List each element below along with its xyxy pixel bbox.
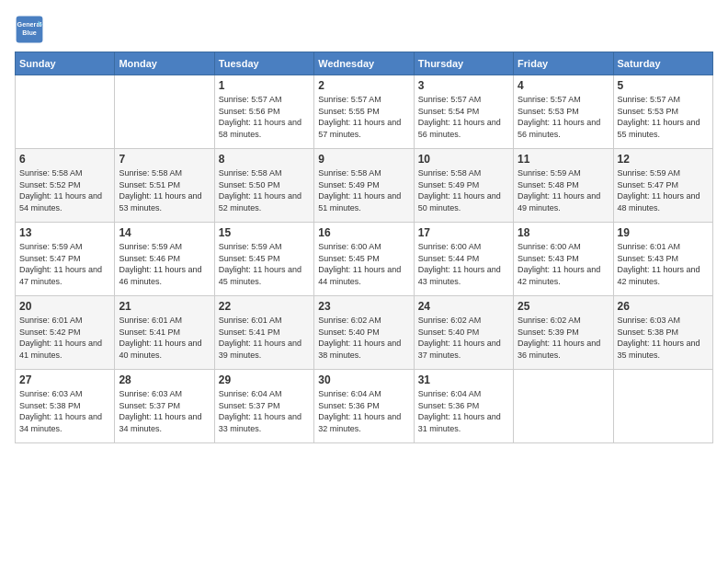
day-info: Sunrise: 6:03 AM Sunset: 5:38 PM Dayligh… — [19, 388, 110, 434]
day-info: Sunrise: 5:59 AM Sunset: 5:46 PM Dayligh… — [119, 241, 210, 287]
calendar-cell — [16, 75, 115, 149]
day-info: Sunrise: 5:58 AM Sunset: 5:51 PM Dayligh… — [119, 167, 210, 213]
day-number: 14 — [119, 226, 210, 239]
calendar-cell: 29Sunrise: 6:04 AM Sunset: 5:37 PM Dayli… — [214, 370, 313, 443]
calendar-cell: 22Sunrise: 6:01 AM Sunset: 5:41 PM Dayli… — [214, 296, 313, 370]
day-number: 28 — [119, 373, 210, 386]
calendar-cell: 10Sunrise: 5:58 AM Sunset: 5:49 PM Dayli… — [414, 149, 513, 223]
day-number: 15 — [219, 226, 310, 239]
day-number: 6 — [19, 153, 110, 166]
day-info: Sunrise: 6:02 AM Sunset: 5:40 PM Dayligh… — [318, 315, 409, 361]
day-number: 20 — [19, 300, 110, 313]
day-number: 17 — [418, 226, 509, 239]
day-info: Sunrise: 6:01 AM Sunset: 5:41 PM Dayligh… — [219, 315, 310, 361]
day-info: Sunrise: 6:01 AM Sunset: 5:42 PM Dayligh… — [19, 315, 110, 361]
calendar-cell: 15Sunrise: 5:59 AM Sunset: 5:45 PM Dayli… — [214, 223, 313, 296]
calendar-cell: 28Sunrise: 6:03 AM Sunset: 5:37 PM Dayli… — [115, 370, 214, 443]
calendar-cell: 6Sunrise: 5:58 AM Sunset: 5:52 PM Daylig… — [16, 149, 115, 223]
calendar-cell: 16Sunrise: 6:00 AM Sunset: 5:45 PM Dayli… — [314, 223, 414, 296]
day-number: 30 — [318, 373, 409, 386]
day-info: Sunrise: 5:58 AM Sunset: 5:50 PM Dayligh… — [219, 167, 310, 213]
day-info: Sunrise: 6:00 AM Sunset: 5:43 PM Dayligh… — [518, 241, 609, 287]
day-number: 7 — [119, 153, 210, 166]
calendar-cell: 27Sunrise: 6:03 AM Sunset: 5:38 PM Dayli… — [16, 370, 115, 443]
calendar-cell: 23Sunrise: 6:02 AM Sunset: 5:40 PM Dayli… — [314, 296, 414, 370]
calendar-cell: 18Sunrise: 6:00 AM Sunset: 5:43 PM Dayli… — [514, 223, 613, 296]
day-number: 3 — [418, 79, 509, 92]
day-number: 26 — [618, 300, 709, 313]
day-info: Sunrise: 6:00 AM Sunset: 5:45 PM Dayligh… — [318, 241, 409, 287]
day-number: 22 — [219, 300, 310, 313]
calendar-cell: 13Sunrise: 5:59 AM Sunset: 5:47 PM Dayli… — [16, 223, 115, 296]
week-row-1: 6Sunrise: 5:58 AM Sunset: 5:52 PM Daylig… — [16, 149, 713, 223]
day-info: Sunrise: 5:59 AM Sunset: 5:47 PM Dayligh… — [19, 241, 110, 287]
calendar-cell: 12Sunrise: 5:59 AM Sunset: 5:47 PM Dayli… — [613, 149, 712, 223]
calendar-table: SundayMondayTuesdayWednesdayThursdayFrid… — [15, 52, 713, 443]
day-info: Sunrise: 5:57 AM Sunset: 5:55 PM Dayligh… — [318, 94, 409, 140]
logo: General Blue — [15, 15, 44, 44]
day-info: Sunrise: 6:01 AM Sunset: 5:41 PM Dayligh… — [119, 315, 210, 361]
day-info: Sunrise: 6:03 AM Sunset: 5:37 PM Dayligh… — [119, 388, 210, 434]
weekday-header-friday: Friday — [514, 52, 613, 75]
svg-text:Blue: Blue — [22, 29, 37, 37]
day-number: 25 — [518, 300, 609, 313]
day-number: 12 — [618, 153, 709, 166]
day-info: Sunrise: 5:59 AM Sunset: 5:45 PM Dayligh… — [219, 241, 310, 287]
calendar-cell: 19Sunrise: 6:01 AM Sunset: 5:43 PM Dayli… — [613, 223, 712, 296]
day-info: Sunrise: 5:58 AM Sunset: 5:52 PM Dayligh… — [19, 167, 110, 213]
calendar-cell: 11Sunrise: 5:59 AM Sunset: 5:48 PM Dayli… — [514, 149, 613, 223]
calendar-cell: 3Sunrise: 5:57 AM Sunset: 5:54 PM Daylig… — [414, 75, 513, 149]
day-number: 18 — [518, 226, 609, 239]
day-info: Sunrise: 6:04 AM Sunset: 5:37 PM Dayligh… — [219, 388, 310, 434]
calendar-cell: 9Sunrise: 5:58 AM Sunset: 5:49 PM Daylig… — [314, 149, 414, 223]
weekday-header-thursday: Thursday — [414, 52, 513, 75]
calendar-cell: 21Sunrise: 6:01 AM Sunset: 5:41 PM Dayli… — [115, 296, 214, 370]
day-info: Sunrise: 5:58 AM Sunset: 5:49 PM Dayligh… — [318, 167, 409, 213]
day-number: 23 — [318, 300, 409, 313]
day-number: 11 — [518, 153, 609, 166]
calendar-cell: 5Sunrise: 5:57 AM Sunset: 5:53 PM Daylig… — [613, 75, 712, 149]
logo-icon: General Blue — [15, 15, 44, 44]
week-row-3: 20Sunrise: 6:01 AM Sunset: 5:42 PM Dayli… — [16, 296, 713, 370]
calendar-cell — [514, 370, 613, 443]
weekday-header-row: SundayMondayTuesdayWednesdayThursdayFrid… — [16, 52, 713, 75]
weekday-header-tuesday: Tuesday — [214, 52, 313, 75]
day-number: 5 — [618, 79, 709, 92]
day-info: Sunrise: 6:02 AM Sunset: 5:40 PM Dayligh… — [418, 315, 509, 361]
page-header: General Blue — [15, 15, 713, 44]
calendar-cell: 1Sunrise: 5:57 AM Sunset: 5:56 PM Daylig… — [214, 75, 313, 149]
day-info: Sunrise: 6:00 AM Sunset: 5:44 PM Dayligh… — [418, 241, 509, 287]
day-number: 31 — [418, 373, 509, 386]
calendar-cell — [613, 370, 712, 443]
week-row-4: 27Sunrise: 6:03 AM Sunset: 5:38 PM Dayli… — [16, 370, 713, 443]
day-info: Sunrise: 6:02 AM Sunset: 5:39 PM Dayligh… — [518, 315, 609, 361]
calendar-cell: 17Sunrise: 6:00 AM Sunset: 5:44 PM Dayli… — [414, 223, 513, 296]
day-info: Sunrise: 5:59 AM Sunset: 5:48 PM Dayligh… — [518, 167, 609, 213]
day-info: Sunrise: 5:57 AM Sunset: 5:53 PM Dayligh… — [518, 94, 609, 140]
day-info: Sunrise: 5:59 AM Sunset: 5:47 PM Dayligh… — [618, 167, 709, 213]
day-info: Sunrise: 5:57 AM Sunset: 5:54 PM Dayligh… — [418, 94, 509, 140]
day-info: Sunrise: 6:01 AM Sunset: 5:43 PM Dayligh… — [618, 241, 709, 287]
day-info: Sunrise: 5:57 AM Sunset: 5:53 PM Dayligh… — [618, 94, 709, 140]
day-number: 19 — [618, 226, 709, 239]
calendar-cell: 25Sunrise: 6:02 AM Sunset: 5:39 PM Dayli… — [514, 296, 613, 370]
svg-text:General: General — [17, 20, 42, 29]
day-number: 9 — [318, 153, 409, 166]
calendar-cell: 4Sunrise: 5:57 AM Sunset: 5:53 PM Daylig… — [514, 75, 613, 149]
calendar-cell: 14Sunrise: 5:59 AM Sunset: 5:46 PM Dayli… — [115, 223, 214, 296]
calendar-cell: 31Sunrise: 6:04 AM Sunset: 5:36 PM Dayli… — [414, 370, 513, 443]
calendar-cell: 7Sunrise: 5:58 AM Sunset: 5:51 PM Daylig… — [115, 149, 214, 223]
day-number: 10 — [418, 153, 509, 166]
day-number: 8 — [219, 153, 310, 166]
day-info: Sunrise: 6:03 AM Sunset: 5:38 PM Dayligh… — [618, 315, 709, 361]
day-number: 24 — [418, 300, 509, 313]
weekday-header-sunday: Sunday — [16, 52, 115, 75]
day-number: 29 — [219, 373, 310, 386]
calendar-cell: 8Sunrise: 5:58 AM Sunset: 5:50 PM Daylig… — [214, 149, 313, 223]
calendar-cell: 2Sunrise: 5:57 AM Sunset: 5:55 PM Daylig… — [314, 75, 414, 149]
day-number: 27 — [19, 373, 110, 386]
weekday-header-wednesday: Wednesday — [314, 52, 414, 75]
calendar-cell — [115, 75, 214, 149]
calendar-cell: 30Sunrise: 6:04 AM Sunset: 5:36 PM Dayli… — [314, 370, 414, 443]
day-number: 4 — [518, 79, 609, 92]
